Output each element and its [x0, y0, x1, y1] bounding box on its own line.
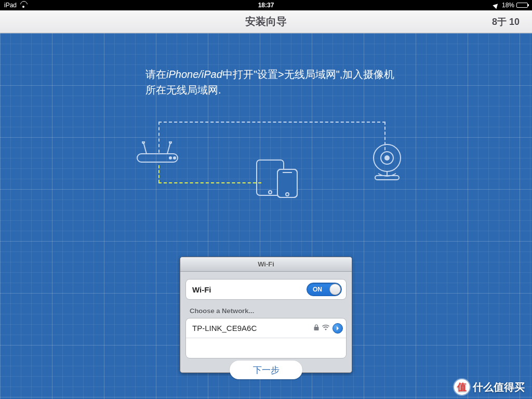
battery-percent: 18% [502, 2, 514, 9]
network-row-empty [186, 338, 346, 358]
page-title: 安装向导 [245, 15, 287, 29]
status-bar: iPad 18:37 18% [0, 0, 532, 10]
network-diagram [130, 122, 405, 210]
network-detail-button[interactable] [332, 323, 343, 334]
network-ssid: TP-LINK_CE9A6C [192, 324, 257, 332]
location-icon [493, 2, 499, 8]
svg-line-1 [167, 142, 170, 154]
device-label: iPad [4, 2, 17, 9]
battery-icon [516, 3, 528, 8]
svg-line-0 [143, 142, 147, 154]
step-indicator: 8于 10 [492, 16, 520, 28]
wifi-settings-panel: Wi-Fi Wi-Fi ON Choose a Network... TP-LI… [180, 257, 352, 373]
wifi-icon [20, 3, 27, 8]
svg-point-6 [174, 157, 176, 159]
wifi-toggle[interactable]: ON [307, 283, 342, 296]
watermark-badge: 值 [454, 379, 470, 395]
next-button[interactable]: 下一步 [230, 361, 302, 379]
router-icon [134, 141, 181, 169]
wifi-toggle-row[interactable]: Wi-Fi ON [185, 279, 347, 300]
watermark: 值 什么值得买 [454, 379, 525, 395]
camera-icon [369, 142, 405, 183]
svg-point-5 [169, 157, 171, 159]
instruction-text: 请在iPhone/iPad中打开"设置>无线局域网",加入摄像机所在无线局域网. [145, 66, 395, 98]
network-row[interactable]: TP-LINK_CE9A6C [186, 318, 346, 338]
devices-icon [255, 158, 301, 202]
svg-point-8 [269, 191, 272, 194]
choose-network-label: Choose a Network... [190, 307, 347, 315]
status-time: 18:37 [258, 2, 274, 9]
lock-icon [314, 324, 319, 332]
network-list: TP-LINK_CE9A6C [185, 318, 347, 358]
svg-point-15 [385, 156, 389, 160]
watermark-text: 什么值得买 [473, 380, 525, 394]
wifi-panel-title: Wi-Fi [180, 257, 352, 272]
wifi-toggle-label: Wi-Fi [192, 285, 211, 294]
content-area: 请在iPhone/iPad中打开"设置>无线局域网",加入摄像机所在无线局域网. [0, 33, 532, 399]
nav-bar: 安装向导 8于 10 [0, 10, 532, 33]
signal-icon [322, 324, 329, 332]
